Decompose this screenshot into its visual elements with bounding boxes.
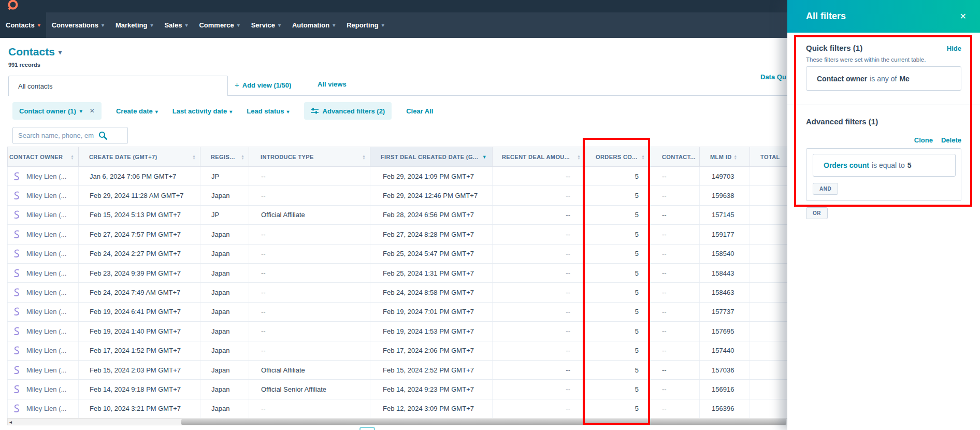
sort-icon[interactable]: [362, 154, 366, 160]
create-date-cell: Jan 6, 2024 7:06 PM GMT+7: [78, 167, 200, 185]
nav-item[interactable]: Contacts: [0, 12, 46, 38]
owner-link[interactable]: Miley Lien (...: [26, 192, 66, 199]
owner-link[interactable]: Miley Lien (...: [26, 308, 66, 316]
nav-item-label: Reporting: [347, 21, 378, 29]
introduce-type-cell: --: [249, 283, 370, 302]
pagination-element-clipped[interactable]: [359, 427, 375, 430]
all-views-link[interactable]: All views: [318, 80, 347, 88]
nav-item[interactable]: Marketing: [110, 12, 158, 38]
column-header-mlm-id[interactable]: MLM ID: [699, 147, 750, 166]
first-deal-date-cell: Feb 28, 2024 6:56 PM GMT+7: [370, 206, 492, 224]
contact-cell: --: [649, 225, 699, 243]
owner-link[interactable]: Miley Lien (...: [26, 231, 66, 238]
contact-owner-filter-chip[interactable]: Contact owner (1): [12, 102, 102, 120]
condition-field: Contact owner: [817, 75, 867, 83]
create-date-cell: Feb 14, 2024 9:18 PM GMT+7: [78, 380, 200, 398]
add-view-button[interactable]: Add view (1/50): [235, 80, 291, 89]
sort-icon[interactable]: [734, 154, 738, 160]
recent-deal-amount-cell: --: [492, 322, 585, 340]
advanced-filter-condition-card[interactable]: Orders count is equal to 5: [813, 154, 956, 177]
sort-icon[interactable]: [641, 154, 645, 160]
owner-link[interactable]: Miley Lien (...: [26, 289, 66, 296]
first-deal-date-cell: Feb 19, 2024 1:53 PM GMT+7: [370, 322, 492, 340]
scrollbar-thumb[interactable]: [181, 419, 786, 425]
sort-icon[interactable]: [241, 154, 244, 160]
owner-avatar-icon: [12, 191, 22, 200]
contact-cell: --: [649, 322, 699, 340]
clone-link[interactable]: Clone: [914, 136, 933, 144]
quick-filters-heading: Quick filters (1): [806, 44, 862, 52]
column-header-contact[interactable]: CONTACT...: [649, 147, 699, 166]
chevron-down-icon: [185, 22, 188, 28]
introduce-type-cell: --: [249, 264, 370, 282]
recent-deal-amount-cell: --: [492, 399, 585, 418]
owner-link[interactable]: Miley Lien (...: [26, 269, 66, 277]
and-button[interactable]: AND: [813, 183, 838, 195]
nav-item[interactable]: Automation: [286, 12, 341, 38]
nav-item[interactable]: Sales: [158, 12, 193, 38]
owner-link[interactable]: Miley Lien (...: [26, 347, 66, 354]
condition-operator: is equal to: [872, 161, 905, 169]
chevron-down-icon: [237, 22, 240, 28]
clear-all-button[interactable]: Clear All: [406, 107, 433, 115]
first-deal-date-cell: Feb 15, 2024 2:52 PM GMT+7: [370, 361, 492, 379]
or-button[interactable]: OR: [806, 207, 828, 219]
horizontal-scrollbar[interactable]: [7, 418, 787, 425]
advanced-filters-chip[interactable]: Advanced filters (2): [304, 102, 392, 120]
owner-link[interactable]: Miley Lien (...: [26, 327, 66, 335]
last-activity-date-filter-dropdown[interactable]: Last activity date: [172, 107, 233, 115]
column-header-recent-deal-amount[interactable]: RECENT DEAL AMOU...: [492, 147, 585, 166]
contact-cell: --: [649, 206, 699, 224]
owner-link[interactable]: Miley Lien (...: [26, 405, 66, 412]
nav-item[interactable]: Service: [246, 12, 286, 38]
hide-link[interactable]: Hide: [947, 45, 961, 52]
data-quality-link[interactable]: Data Qu: [760, 73, 786, 81]
column-header-orders-count[interactable]: ORDERS CO...: [585, 147, 649, 166]
column-header-create-date[interactable]: CREATE DATE (GMT+7): [78, 147, 200, 166]
create-date-cell: Feb 15, 2024 5:13 PM GMT+7: [78, 206, 200, 224]
owner-link[interactable]: Miley Lien (...: [26, 250, 66, 257]
search-icon[interactable]: [98, 131, 107, 140]
chip-label: Advanced filters (2): [323, 107, 385, 115]
lead-status-filter-dropdown[interactable]: Lead status: [247, 107, 289, 115]
first-deal-date-cell: Feb 14, 2024 9:23 PM GMT+7: [370, 380, 492, 398]
scroll-left-arrow-icon[interactable]: [9, 419, 12, 425]
owner-link[interactable]: Miley Lien (...: [26, 366, 66, 374]
contact-cell: --: [649, 283, 699, 302]
hubspot-logo-icon[interactable]: [5, 0, 21, 11]
orders-count-cell: 5: [585, 380, 649, 398]
chevron-down-icon: [80, 108, 82, 114]
sort-descending-icon[interactable]: [482, 154, 487, 160]
owner-link[interactable]: Miley Lien (...: [26, 211, 66, 219]
first-deal-date-cell: Feb 24, 2024 8:58 PM GMT+7: [370, 283, 492, 302]
panel-divider: [787, 105, 980, 105]
column-header-regis[interactable]: REGIS...: [200, 147, 249, 166]
first-deal-date-cell: Feb 29, 2024 1:09 PM GMT+7: [370, 167, 492, 185]
tab-all-contacts[interactable]: All contacts: [8, 76, 228, 96]
regis-cell: Japan: [200, 283, 249, 302]
column-header-first-deal-created-date[interactable]: FIRST DEAL CREATED DATE (G...: [370, 147, 492, 166]
remove-filter-icon[interactable]: [90, 107, 95, 114]
quick-filter-condition-card[interactable]: Contact owner is any of Me: [806, 66, 961, 91]
chevron-down-icon: [382, 22, 384, 28]
contact-owner-cell: Miley Lien (...: [7, 380, 78, 398]
regis-cell: Japan: [200, 380, 249, 398]
sort-icon[interactable]: [577, 154, 581, 160]
search-input[interactable]: [12, 127, 128, 144]
orders-count-cell: 5: [585, 341, 649, 360]
sort-icon[interactable]: [70, 154, 74, 160]
nav-item[interactable]: Commerce: [193, 12, 245, 38]
regis-cell: Japan: [200, 245, 249, 263]
column-header-introduce-type[interactable]: INTRODUCE TYPE: [249, 147, 370, 166]
close-icon[interactable]: [960, 11, 967, 21]
owner-link[interactable]: Miley Lien (...: [26, 385, 66, 393]
first-deal-date-cell: Feb 27, 2024 8:28 PM GMT+7: [370, 225, 492, 243]
create-date-filter-dropdown[interactable]: Create date: [116, 107, 158, 115]
column-header-contact-owner[interactable]: CONTACT OWNER: [7, 147, 78, 166]
sort-icon[interactable]: [192, 154, 196, 160]
nav-item[interactable]: Conversations: [46, 12, 110, 38]
owner-link[interactable]: Miley Lien (...: [26, 173, 66, 180]
delete-link[interactable]: Delete: [941, 136, 961, 144]
nav-item[interactable]: Reporting: [341, 12, 390, 38]
page-title[interactable]: Contacts: [8, 46, 62, 58]
